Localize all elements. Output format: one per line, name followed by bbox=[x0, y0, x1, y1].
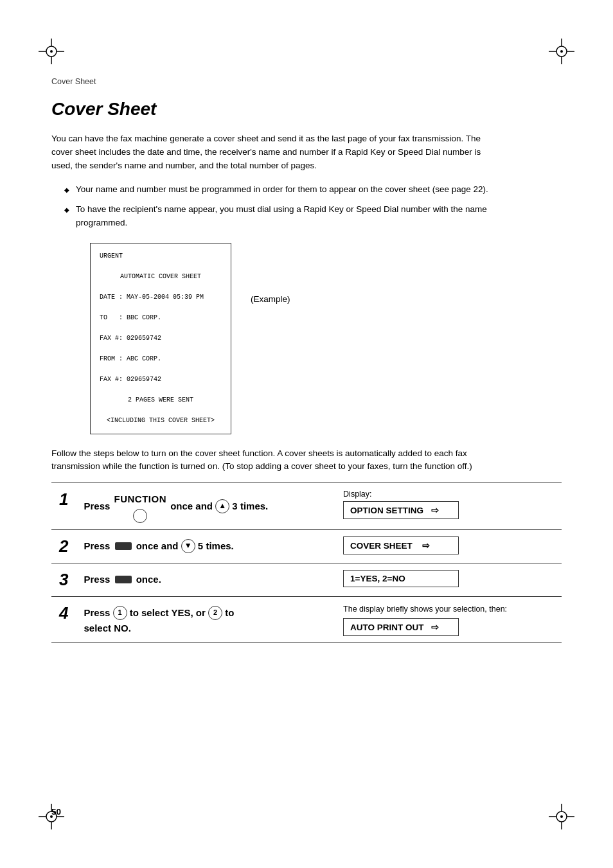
circle-1-btn[interactable]: 1 bbox=[113, 606, 127, 620]
step-instruction-3: Press once. bbox=[76, 563, 335, 597]
press-label-3: Press bbox=[84, 570, 112, 589]
steps-intro: Follow the steps below to turn on the co… bbox=[51, 447, 488, 474]
times-2: 5 times. bbox=[195, 536, 234, 556]
yes-label: to select YES, or bbox=[127, 603, 208, 623]
press-label-4: Press bbox=[84, 603, 112, 623]
fax-line-fax2: FAX #: 029659742 bbox=[100, 375, 222, 385]
bullet-item-1: Your name and number must be programmed … bbox=[64, 183, 495, 197]
display-text-1: OPTION SETTING bbox=[350, 506, 423, 515]
step-row-2: 2 Press once and ▼ 5 times. COVER SHEET … bbox=[51, 530, 562, 563]
fax-line-including: <INCLUDING THIS COVER SHEET> bbox=[100, 416, 222, 426]
once-and-1: once and bbox=[168, 497, 215, 516]
display-arrow-2: ⇨ bbox=[418, 540, 431, 551]
display-arrow-4: ⇨ bbox=[429, 622, 439, 632]
once-3: once. bbox=[134, 570, 161, 589]
circle-2-btn[interactable]: 2 bbox=[208, 606, 222, 620]
page-number: 50 bbox=[51, 807, 61, 817]
display-brief-text: The display briefly shows your selection… bbox=[343, 603, 554, 616]
step-display-4: The display briefly shows your selection… bbox=[335, 597, 562, 643]
breadcrumb: Cover Sheet bbox=[51, 77, 562, 86]
function-circle-btn[interactable] bbox=[133, 509, 147, 523]
step-row-3: 3 Press once. 1=YES, 2=NO bbox=[51, 563, 562, 597]
fax-line-1: URGENT bbox=[100, 251, 222, 261]
steps-table: 1 Press FUNCTION once and ▲ 3 times. Dis… bbox=[51, 483, 562, 643]
press-label-1: Press bbox=[84, 497, 112, 516]
example-label: (Example) bbox=[251, 294, 290, 304]
fax-line-from: FROM : ABC CORP. bbox=[100, 354, 222, 364]
fax-line-pages: 2 PAGES WERE SENT bbox=[100, 395, 222, 405]
bullet-item-2: To have the recipient's name appear, you… bbox=[64, 203, 495, 230]
select-no-text: select NO. bbox=[84, 623, 328, 633]
step-display-2: COVER SHEET ⇨ bbox=[335, 530, 562, 563]
fax-preview: URGENT AUTOMATIC COVER SHEET DATE : MAY-… bbox=[90, 243, 231, 434]
step-display-1: Display: OPTION SETTING ⇨ bbox=[335, 483, 562, 530]
function-button[interactable]: FUNCTION bbox=[114, 490, 167, 523]
no-label: to bbox=[222, 603, 234, 623]
times-1: 3 times. bbox=[229, 497, 268, 516]
bullet-list: Your name and number must be programmed … bbox=[64, 183, 495, 230]
display-box-1: OPTION SETTING ⇨ bbox=[343, 501, 459, 519]
display-text-2: COVER SHEET bbox=[350, 541, 413, 551]
fax-line-date: DATE : MAY-05-2004 05:39 PM bbox=[100, 292, 222, 303]
example-container: URGENT AUTOMATIC COVER SHEET DATE : MAY-… bbox=[90, 243, 562, 434]
up-triangle-btn[interactable]: ▲ bbox=[215, 499, 229, 513]
step-instruction-2: Press once and ▼ 5 times. bbox=[76, 530, 335, 563]
press-label-2: Press bbox=[84, 536, 112, 556]
step-number-4: 4 bbox=[51, 597, 76, 643]
intro-paragraph: You can have the fax machine generate a … bbox=[51, 132, 488, 173]
rect-btn-3[interactable] bbox=[115, 576, 132, 583]
step-display-3: 1=YES, 2=NO bbox=[335, 563, 562, 597]
step-row-1: 1 Press FUNCTION once and ▲ 3 times. Dis… bbox=[51, 483, 562, 530]
display-text-4: AUTO PRINT OUT bbox=[350, 623, 424, 632]
once-and-2: once and bbox=[134, 536, 181, 556]
display-arrow-1: ⇨ bbox=[429, 505, 439, 515]
display-text-3: 1=YES, 2=NO bbox=[350, 574, 405, 583]
display-box-2: COVER SHEET ⇨ bbox=[343, 536, 459, 554]
step-instruction-1: Press FUNCTION once and ▲ 3 times. bbox=[76, 483, 335, 530]
fax-line-fax1: FAX #: 029659742 bbox=[100, 333, 222, 344]
display-box-4: AUTO PRINT OUT ⇨ bbox=[343, 618, 459, 636]
step-instruction-4: Press 1 to select YES, or 2 to select NO… bbox=[76, 597, 335, 643]
display-box-3: 1=YES, 2=NO bbox=[343, 570, 459, 587]
down-triangle-btn[interactable]: ▼ bbox=[181, 539, 195, 553]
fax-line-to: TO : BBC CORP. bbox=[100, 313, 222, 323]
fax-line-auto: AUTOMATIC COVER SHEET bbox=[100, 272, 222, 282]
display-label-1: Display: bbox=[343, 490, 554, 499]
step-row-4: 4 Press 1 to select YES, or 2 to select … bbox=[51, 597, 562, 643]
page-title: Cover Sheet bbox=[51, 99, 562, 120]
rect-btn-2[interactable] bbox=[115, 542, 132, 550]
step-number-2: 2 bbox=[51, 530, 76, 563]
step-number-3: 3 bbox=[51, 563, 76, 597]
function-label: FUNCTION bbox=[114, 490, 167, 509]
step-number-1: 1 bbox=[51, 483, 76, 530]
